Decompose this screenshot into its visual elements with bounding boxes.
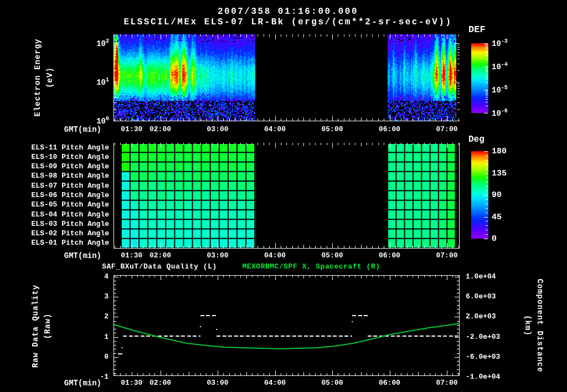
energy-axis-label: Electron Energy (eV) [32, 36, 56, 119]
energy-ytick-label: 101 [79, 77, 109, 87]
time-tick-label: 07:00 [430, 125, 463, 134]
time-tick-label: 07:00 [430, 379, 463, 388]
right-ytick-label: 1.0e+04 [466, 272, 496, 281]
def-colorbar-title: DEF [468, 24, 486, 35]
plot-page: 2007/358 01:16:00.000 ELSSCIL/MEx ELS-07… [0, 0, 567, 392]
left-ytick-label: 0 [86, 353, 109, 362]
quality-point [200, 326, 201, 327]
energy-axis-label-line1: Electron Energy [32, 36, 44, 119]
pitch-row-label: ELS-01 Pitch Angle [25, 239, 109, 247]
distance-axis-label-line1: Component Distance [534, 273, 546, 378]
quality-point [352, 321, 353, 322]
time-tick-label: 05:00 [316, 379, 349, 388]
bottom-title-right: MEXORBMC/SPF X, Spacecraft (R) [223, 262, 400, 271]
deg-colorbar-tick-label: 180 [492, 147, 507, 157]
time-tick-label: 03:00 [201, 251, 234, 260]
right-ytick-label: 6.0e+03 [466, 292, 496, 301]
time-tick-label: 06:00 [373, 379, 406, 388]
time-tick-label: 06:00 [373, 125, 406, 134]
quality-point [122, 347, 123, 348]
distance-axis-label-line2: (km) [522, 273, 534, 378]
pitch-row-label: ELS-05 Pitch Angle [25, 200, 109, 209]
quality-startup-mark [118, 353, 122, 354]
deg-colorbar-tick-label: 90 [492, 190, 502, 200]
time-tick-label: 04:00 [259, 379, 292, 388]
energy-ytick-label: 102 [79, 38, 109, 48]
def-colorbar-tick-label: 10-4 [492, 61, 508, 71]
time-tick-label: 05:00 [316, 251, 349, 260]
pitch-row-label: ELS-02 Pitch Angle [25, 229, 109, 238]
left-ytick-label: 3 [86, 292, 109, 301]
time-tick-label: 07:00 [430, 251, 463, 260]
quality-point [216, 329, 217, 330]
distance-axis-label: Component Distance (km) [522, 273, 546, 378]
gmt-axis-label: GMT(min) [51, 251, 101, 261]
time-tick-label: 03:00 [201, 379, 234, 388]
pitch-row-label: ELS-04 Pitch Angle [25, 210, 109, 219]
left-ytick-label: 2 [86, 312, 109, 321]
pitch-row-label: ELS-10 Pitch Angle [25, 153, 109, 162]
right-ytick-label: 2.0e+03 [466, 312, 496, 321]
energy-ytick-label: 100 [79, 116, 109, 126]
pitch-row-label: ELS-09 Pitch Angle [25, 162, 109, 171]
bottom-title-left: SAF_BXuT/Data Quality (L) [76, 262, 243, 271]
right-ytick-label: -2.0e+03 [466, 333, 500, 342]
left-ytick-label: 1 [86, 333, 109, 342]
left-ytick-label: 4 [86, 272, 109, 281]
gmt-axis-label: GMT(min) [51, 125, 101, 135]
time-tick-label: 02:00 [144, 125, 177, 134]
time-tick-label: 05:00 [316, 125, 349, 134]
time-tick-label: 03:00 [201, 125, 234, 134]
pitch-row-label: ELS-11 Pitch Angle [25, 143, 109, 152]
def-colorbar-tick-label: 10-6 [492, 108, 508, 118]
time-tick-label: 02:00 [144, 379, 177, 388]
time-tick-label: 04:00 [259, 125, 292, 134]
energy-axis-label-line2: (eV) [44, 36, 56, 119]
def-colorbar-tick-label: 10-3 [492, 38, 508, 48]
pitch-row-label: ELS-07 Pitch Angle [25, 182, 109, 190]
right-ytick-label: -6.0e+03 [466, 353, 500, 362]
right-ytick-label: -1.0e+04 [466, 373, 500, 381]
deg-colorbar-tick-label: 0 [492, 234, 497, 244]
deg-colorbar-title: Deg [468, 135, 484, 145]
quality-axis-label: Raw Data Quality (Raw) [29, 279, 54, 373]
quality-axis-label-line1: Raw Data Quality [29, 279, 42, 373]
pitch-row-label: ELS-08 Pitch Angle [25, 172, 109, 180]
pitch-row-label: ELS-03 Pitch Angle [25, 220, 109, 229]
deg-colorbar-tick-label: 135 [492, 169, 507, 179]
def-colorbar-tick-label: 10-5 [492, 85, 508, 95]
time-tick-label: 06:00 [373, 251, 406, 260]
quality-axis-label-line2: (Raw) [42, 279, 54, 373]
pitch-row-label: ELS-06 Pitch Angle [25, 191, 109, 200]
deg-colorbar-tick-label: 45 [492, 213, 502, 223]
left-ytick-label: -1 [86, 373, 109, 381]
time-tick-label: 04:00 [259, 251, 292, 260]
time-tick-label: 02:00 [144, 251, 177, 260]
page-title: 2007/358 01:16:00.000 [4, 7, 567, 17]
